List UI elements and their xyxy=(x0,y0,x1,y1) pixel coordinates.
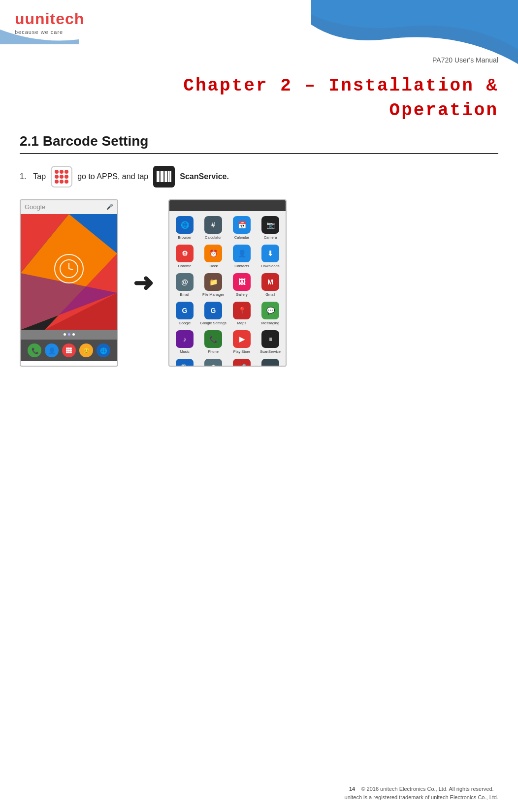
app-label: Calendar xyxy=(234,235,249,240)
phone-icon: 📞 xyxy=(28,344,41,357)
phone-bottom-bar: 📞 👤 xyxy=(21,340,117,361)
logo-text: uunitech xyxy=(15,10,84,28)
dot xyxy=(60,175,64,179)
step-scan-label: ScanService. xyxy=(180,172,229,181)
chapter-title: Chapter 2 – Installation & Operation xyxy=(20,74,498,124)
app-item-clock[interactable]: ⏰ Clock xyxy=(199,242,227,270)
dot xyxy=(60,180,64,184)
app-icon: ⬇ xyxy=(261,245,279,262)
app-item-gallery[interactable]: 🖼 Gallery xyxy=(227,270,256,299)
app-icon: G xyxy=(176,302,194,319)
svg-point-20 xyxy=(70,351,72,353)
app-item-contacts[interactable]: 👤 Contacts xyxy=(227,242,256,270)
screenshots-area: Google 🎤 xyxy=(20,199,498,367)
clock-icon xyxy=(59,259,79,279)
app-label: Browser xyxy=(178,235,192,240)
apps-grid-screen: 🌐 Browser # Calculator 📅 Calendar 📷 Came… xyxy=(168,199,287,367)
app-item-phone[interactable]: 📞 Phone xyxy=(199,327,227,356)
scan-service-icon xyxy=(153,166,175,187)
header: uunitech because we care PA720 User's Ma… xyxy=(0,0,518,69)
svg-line-9 xyxy=(69,269,73,270)
page-dot-active xyxy=(68,333,70,336)
apps-launcher-icon xyxy=(51,166,72,187)
app-item-scanservice[interactable]: ||| ScanService xyxy=(256,327,285,356)
app-item-messaging[interactable]: 💬 Messaging xyxy=(256,299,285,327)
app-icon: 📷 xyxy=(261,216,279,234)
footer-content: 14 © 2016 unitech Electronics Co., Ltd. … xyxy=(345,785,498,802)
trademark-text: unitech is a registered trademark of uni… xyxy=(345,794,498,800)
app-label: Clock xyxy=(209,264,218,268)
app-icon: 👤 xyxy=(233,245,251,262)
app-icon: # xyxy=(204,216,222,234)
app-item-calculator[interactable]: # Calculator xyxy=(199,213,227,242)
app-item-google-settings[interactable]: G Google Settings xyxy=(199,299,227,327)
app-item-gmail[interactable]: M Gmail xyxy=(256,270,285,299)
arrow-right: ➜ xyxy=(133,269,154,297)
app-label: ScanService xyxy=(260,349,281,354)
app-label: Maps xyxy=(237,321,246,325)
app-icon: 📅 xyxy=(233,216,251,234)
app-item-camera[interactable]: 📷 Camera xyxy=(256,213,285,242)
logo-accent: u xyxy=(15,10,25,28)
app-icon: ⏰ xyxy=(204,245,222,262)
app-item-search[interactable]: 🔍 Search xyxy=(170,356,199,367)
app-label: Music xyxy=(180,349,190,354)
app-icon: 💬 xyxy=(261,302,279,319)
app-label: Gmail xyxy=(265,292,275,297)
app-item-calendar[interactable]: 📅 Calendar xyxy=(227,213,256,242)
contacts-icon: 👤 xyxy=(45,344,59,357)
app-item-play-store[interactable]: ▶ Play Store xyxy=(227,327,256,356)
app-item-settings[interactable]: ⚙ Settings xyxy=(199,356,227,367)
section-divider xyxy=(20,153,498,154)
apps-grid: 🌐 Browser # Calculator 📅 Calendar 📷 Came… xyxy=(169,211,286,367)
app-label: Email xyxy=(180,292,190,297)
header-decoration xyxy=(311,0,518,64)
app-item-maps[interactable]: 📍 Maps xyxy=(227,299,256,327)
app-icon: 📍 xyxy=(233,302,251,319)
dot xyxy=(65,175,68,179)
app-item-music[interactable]: ♪ Music xyxy=(170,327,199,356)
app-label: Play Store xyxy=(233,349,251,354)
app-item-file-manager[interactable]: 📁 File Manager xyxy=(199,270,227,299)
page-indicator-dots xyxy=(21,330,117,340)
app-item-browser[interactable]: 🌐 Browser xyxy=(170,213,199,242)
app-item-email[interactable]: @ Email xyxy=(170,270,199,299)
app-label: Contacts xyxy=(234,264,249,268)
page-dot xyxy=(72,333,75,336)
app-label: Camera xyxy=(264,235,277,240)
dot xyxy=(55,170,59,174)
dot xyxy=(65,170,68,174)
svg-text:🌐: 🌐 xyxy=(100,347,107,354)
app-item-sound-recorder[interactable]: 🎤 Sound Recorder xyxy=(227,356,256,367)
apps-icon[interactable] xyxy=(62,344,76,357)
page-dot xyxy=(64,333,66,336)
svg-point-17 xyxy=(70,349,72,351)
app-label: Gallery xyxy=(236,292,248,297)
smiley-icon: 😊 xyxy=(79,344,93,357)
app-icon: G xyxy=(204,302,222,319)
svg-point-12 xyxy=(66,347,68,349)
svg-point-16 xyxy=(68,349,70,351)
app-item-chrome[interactable]: ⚙ Chrome xyxy=(170,242,199,270)
footer: 14 © 2016 unitech Electronics Co., Ltd. … xyxy=(0,785,518,802)
svg-point-18 xyxy=(66,351,68,353)
app-icon: 🖼 xyxy=(233,273,251,291)
barcode-graphic xyxy=(157,171,171,182)
logo-area: uunitech because we care xyxy=(15,10,84,35)
app-icon: M xyxy=(261,273,279,291)
app-item-downloads[interactable]: ⬇ Downloads xyxy=(256,242,285,270)
phone-top-bar: Google 🎤 xyxy=(21,200,117,214)
app-label: Google xyxy=(179,321,191,325)
app-icon: ↑ xyxy=(261,359,279,367)
svg-point-15 xyxy=(66,349,68,351)
app-item-update-center[interactable]: ↑ Update Center xyxy=(256,356,285,367)
app-label: Google Settings xyxy=(200,321,226,325)
app-item-google[interactable]: G Google xyxy=(170,299,199,327)
svg-point-14 xyxy=(70,347,72,349)
app-icon: @ xyxy=(176,273,194,291)
globe-icon: 🌐 xyxy=(97,344,110,357)
svg-point-19 xyxy=(68,351,70,353)
logo-tagline: because we care xyxy=(15,29,84,35)
page-number: 14 xyxy=(349,786,355,792)
step-text-before: Tap xyxy=(33,172,46,181)
